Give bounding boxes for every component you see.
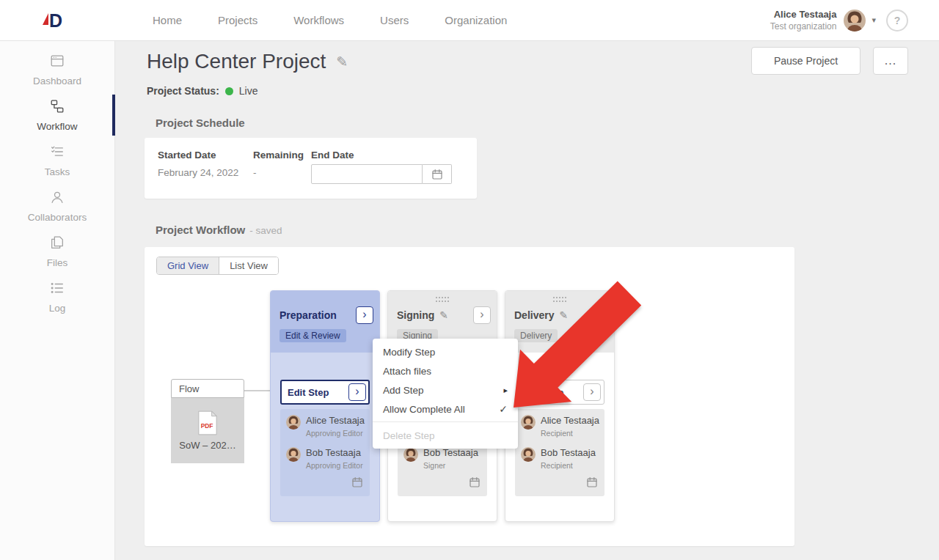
saved-note: - saved [249,225,282,236]
edit-step-expand-button[interactable]: › [583,383,601,401]
status-value: Live [239,85,258,97]
workflow-column-delivery[interactable]: Delivery ✎ › Delivery Edit Step › [505,290,615,522]
step-type-badge: Delivery [514,329,558,342]
step-expand-button[interactable]: › [473,306,491,324]
avatar [521,415,536,430]
nav-organization[interactable]: Organization [445,14,507,26]
edit-step-label: Edit Step [522,387,563,398]
remaining-value: - [253,167,311,178]
user-avatar[interactable] [844,10,866,32]
submenu-arrow-icon: ▸ [503,386,508,395]
step-title: Preparation [279,309,337,321]
app-logo[interactable]: D [40,10,66,32]
main-content: Help Center Project ✎ Pause Project ... … [115,41,939,560]
sidebar-item-workflow[interactable]: Workflow [0,92,114,138]
workflow-icon [49,98,65,117]
chevron-right-icon: › [362,309,366,320]
assignee-name: Alice Testaaja [541,415,599,426]
end-date-input[interactable] [311,164,423,184]
workflow-column-preparation[interactable]: Preparation › Edit & Review Edit Step › [270,290,380,522]
user-menu[interactable]: Alice Testaaja Test organization ▾ ? [770,9,908,32]
menu-item-label: Delete Step [383,430,435,441]
edit-title-pencil-icon[interactable]: ✎ [336,54,348,70]
step-calendar-icon[interactable] [351,476,363,491]
sidebar-label: Files [47,257,68,268]
started-date-block: Started Date February 24, 2022 [158,150,253,199]
dashboard-icon [49,53,65,72]
end-date-label: End Date [311,150,452,161]
drag-handle-icon[interactable] [553,295,566,302]
user-organization: Test organization [770,21,837,32]
end-date-calendar-button[interactable] [423,164,452,184]
menu-item-delete-step: Delete Step [373,426,518,445]
project-schedule-card: Started Date February 24, 2022 Remaining… [145,138,477,199]
workflow-heading: Project Workflow- saved [156,224,282,236]
step-header: Delivery ✎ › Delivery [505,291,614,353]
edit-step-pencil-icon[interactable]: ✎ [559,309,568,321]
step-calendar-icon[interactable] [469,476,481,491]
sidebar-item-log[interactable]: Log [0,274,114,320]
nav-workflows[interactable]: Workflows [293,14,344,26]
pause-project-button[interactable]: Pause Project [751,47,861,75]
assignee-name: Bob Testaaja [423,447,478,458]
assignee-name: Bob Testaaja [306,447,363,458]
top-navigation: D Home Projects Workflows Users Organiza… [0,0,939,41]
menu-item-label: Modify Step [383,347,435,358]
menu-item-label: Attach files [383,366,431,377]
assignee-card: Alice Testaaja Recipient Bob Testaaja Re… [515,409,604,496]
edit-step-label: Edit Step [288,387,329,398]
chevron-right-icon: › [597,309,601,320]
step-header: Preparation › Edit & Review [271,291,379,353]
more-actions-button[interactable]: ... [873,47,908,75]
chevron-right-icon: › [480,309,483,320]
assignee-role: Recipient [541,429,599,438]
list-view-button[interactable]: List View [219,257,278,274]
help-button[interactable]: ? [886,10,908,32]
menu-item-attach-files[interactable]: Attach files [373,361,518,380]
status-dot-live [225,87,233,95]
assignee-name: Bob Testaaja [541,447,596,458]
edit-step-pencil-icon[interactable]: ✎ [439,309,448,321]
nav-home[interactable]: Home [153,14,182,26]
user-name: Alice Testaaja [770,9,837,20]
caret-down-icon[interactable]: ▾ [872,15,876,25]
step-expand-button[interactable]: › [356,306,373,324]
page-title: Help Center Project [147,50,326,73]
remaining-label: Remaining [253,150,311,161]
sidebar-label: Log [49,303,66,314]
menu-item-modify-step[interactable]: Modify Step [373,342,518,361]
workflow-heading-text: Project Workflow [156,224,245,236]
edit-step-button[interactable]: Edit Step › [280,380,370,405]
flow-source-box[interactable]: Flow PDF SoW – 202… [171,379,244,463]
grid-view-button[interactable]: Grid View [157,257,219,274]
flow-box-title: Flow [171,379,244,398]
edit-step-expand-button[interactable]: › [348,383,366,401]
step-title: Delivery [514,309,554,321]
drag-handle-icon[interactable] [436,295,449,302]
sidebar-item-dashboard[interactable]: Dashboard [0,47,114,92]
sidebar-item-tasks[interactable]: Tasks [0,138,114,183]
step-calendar-icon[interactable] [586,476,598,491]
end-date-block: End Date [311,150,452,199]
assignee-role: Recipient [541,461,596,470]
svg-text:PDF: PDF [201,422,213,430]
sidebar-item-collaborators[interactable]: Collaborators [0,183,114,229]
nav-projects[interactable]: Projects [218,14,257,26]
edit-step-button[interactable]: Edit Step › [515,380,604,405]
assignee-name: Alice Testaaja [306,415,365,426]
assignee-card: Alice Testaaja Approving Editor Bob Test… [280,409,370,496]
avatar [286,415,301,430]
user-info: Alice Testaaja Test organization [770,9,837,32]
schedule-heading: Project Schedule [156,117,245,129]
files-icon [49,235,65,254]
nav-users[interactable]: Users [380,14,409,26]
calendar-icon [431,169,443,180]
assignee-role: Signer [423,461,478,470]
menu-item-allow-complete-all[interactable]: Allow Complete All ✓ [373,399,518,419]
step-expand-button[interactable]: › [591,306,608,324]
sidebar-item-files[interactable]: Files [0,229,114,274]
avatar [521,447,536,462]
menu-item-label: Allow Complete All [383,404,465,415]
menu-item-add-step[interactable]: Add Step ▸ [373,380,518,399]
brand-logo-icon: D [40,10,66,32]
